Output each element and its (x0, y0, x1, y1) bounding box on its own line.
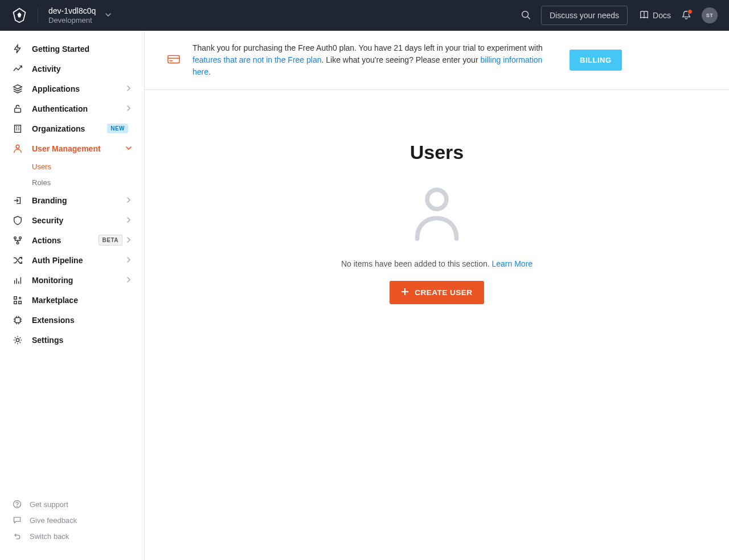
footer-label: Switch back (30, 532, 69, 541)
chevron-down-icon (126, 145, 132, 152)
svg-point-39 (427, 190, 447, 209)
sidebar-sub-label: Roles (32, 178, 51, 187)
svg-rect-19 (14, 296, 17, 299)
login-icon (13, 195, 23, 206)
sidebar-item-label: Marketplace (32, 296, 78, 305)
sidebar-item-label: Activity (32, 64, 61, 73)
header-divider (38, 8, 38, 23)
docs-label: Docs (653, 11, 671, 20)
sidebar-item-auth-pipeline[interactable]: Auth Pipeline (0, 250, 144, 270)
features-link[interactable]: features that are not in the Free plan (193, 55, 321, 64)
tenant-switcher[interactable]: dev-1vdl8c0q Development (48, 6, 112, 24)
chevron-right-icon (126, 105, 132, 112)
sidebar-item-label: Extensions (32, 316, 75, 325)
tenant-env: Development (48, 16, 96, 25)
sidebar-item-security[interactable]: Security (0, 210, 144, 230)
empty-user-icon (411, 184, 463, 243)
credit-card-icon (167, 53, 180, 68)
grid-plus-icon (13, 295, 23, 305)
svg-point-35 (17, 506, 18, 507)
sidebar-item-label: Monitoring (32, 276, 73, 285)
sidebar-item-label: User Management (32, 144, 101, 153)
svg-rect-21 (19, 301, 22, 304)
banner-text-c: . (208, 67, 211, 76)
notifications-button[interactable] (677, 6, 696, 25)
sidebar-sub-users[interactable]: Users (32, 158, 144, 174)
shield-icon (13, 215, 23, 226)
sidebar-item-user-management[interactable]: User Management (0, 138, 144, 158)
chat-icon (13, 516, 22, 525)
new-badge: NEW (107, 124, 128, 133)
main-content: Thank you for purchasing the Free Auth0 … (145, 31, 729, 560)
create-user-button[interactable]: CREATE USER (390, 281, 484, 304)
chevron-right-icon (126, 197, 132, 204)
sidebar-item-organizations[interactable]: OrganizationsNEW (0, 118, 144, 138)
sidebar-sub-label: Users (32, 162, 51, 171)
sidebar-item-label: Auth Pipeline (32, 256, 83, 265)
sidebar-item-label: Authentication (32, 104, 88, 113)
banner-text-b: . Like what you're seeing? Please enter … (321, 55, 480, 64)
top-header: dev-1vdl8c0q Development Discuss your ne… (0, 0, 729, 31)
beta-badge: BETA (99, 235, 122, 246)
lock-icon (13, 104, 23, 114)
chevron-right-icon (126, 217, 132, 224)
trend-icon (13, 64, 23, 74)
auth0-logo[interactable] (11, 7, 27, 23)
trial-banner: Thank you for purchasing the Free Auth0 … (145, 31, 729, 90)
sidebar-item-getting-started[interactable]: Getting Started (0, 39, 144, 59)
search-icon (521, 10, 531, 22)
chevron-down-icon (105, 11, 112, 20)
sidebar-sub-roles[interactable]: Roles (32, 174, 144, 190)
sidebar-item-branding[interactable]: Branding (0, 190, 144, 210)
user-icon (13, 144, 23, 154)
footer-switch-back[interactable]: Switch back (0, 528, 144, 544)
tenant-name: dev-1vdl8c0q (48, 6, 96, 16)
building-icon (13, 124, 23, 134)
sidebar-item-applications[interactable]: Applications (0, 79, 144, 99)
book-icon (639, 10, 649, 22)
zap-icon (13, 44, 23, 54)
sidebar-item-activity[interactable]: Activity (0, 59, 144, 79)
banner-message: Thank you for purchasing the Free Auth0 … (193, 42, 557, 78)
chevron-right-icon (126, 257, 132, 264)
footer-get-support[interactable]: Get support (0, 496, 144, 512)
svg-rect-24 (15, 317, 21, 322)
billing-button[interactable]: BILLING (570, 50, 622, 71)
undo-icon (13, 532, 22, 541)
plus-icon (401, 288, 409, 297)
sidebar-item-settings[interactable]: Settings (0, 330, 144, 350)
sidebar-item-extensions[interactable]: Extensions (0, 310, 144, 330)
svg-point-11 (16, 145, 19, 148)
sidebar-item-actions[interactable]: ActionsBETA (0, 230, 144, 250)
gear-icon (13, 335, 23, 345)
notification-dot (687, 9, 693, 14)
sidebar-item-label: Settings (32, 336, 63, 345)
svg-rect-4 (15, 125, 21, 132)
user-avatar[interactable]: ST (702, 7, 718, 23)
sidebar-item-label: Security (32, 216, 63, 225)
svg-line-1 (528, 17, 530, 19)
sidebar-item-authentication[interactable]: Authentication (0, 99, 144, 118)
sidebar: Getting StartedActivityApplicationsAuthe… (0, 31, 145, 560)
footer-label: Give feedback (30, 516, 77, 525)
discuss-needs-button[interactable]: Discuss your needs (541, 6, 628, 25)
chevron-right-icon (126, 85, 132, 92)
docs-link[interactable]: Docs (639, 10, 671, 22)
sidebar-item-label: Branding (32, 196, 67, 205)
sidebar-item-label: Getting Started (32, 44, 89, 54)
help-icon (13, 500, 22, 509)
empty-text-label: No items have been added to this section… (341, 259, 492, 268)
banner-text-a: Thank you for purchasing the Free Auth0 … (193, 43, 543, 52)
sidebar-item-marketplace[interactable]: Marketplace (0, 290, 144, 310)
sidebar-item-label: Applications (32, 84, 80, 93)
svg-point-14 (17, 242, 19, 244)
footer-give-feedback[interactable]: Give feedback (0, 512, 144, 528)
svg-point-0 (522, 11, 529, 17)
layers-icon (13, 84, 23, 94)
learn-more-link[interactable]: Learn More (492, 259, 533, 268)
bars-icon (13, 275, 23, 285)
sidebar-item-monitoring[interactable]: Monitoring (0, 270, 144, 290)
search-button[interactable] (516, 6, 535, 25)
page-content: Users No items have been added to this s… (145, 90, 729, 560)
shuffle-icon (13, 255, 23, 265)
